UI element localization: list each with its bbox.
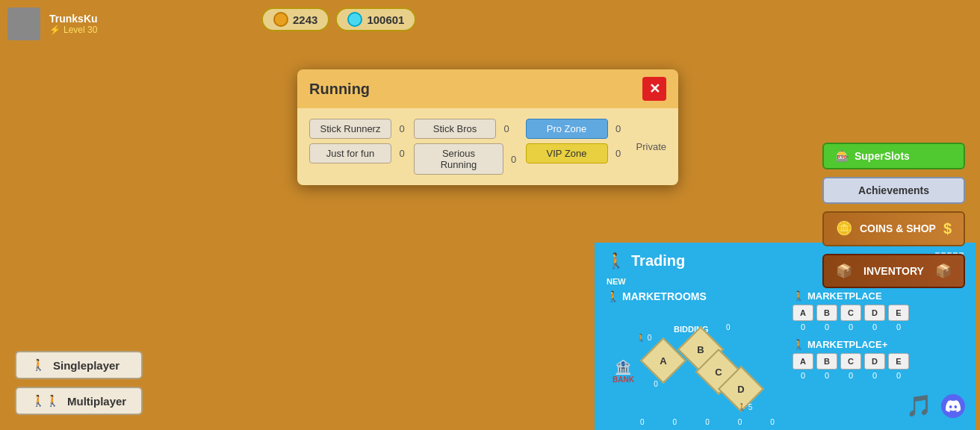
multiplayer-button[interactable]: 🚶🚶 Multiplayer [15,387,143,415]
running-options: Stick Runnerz 0 Just for fun 0 Stick Bro… [309,119,666,175]
gems-value: 100601 [367,13,404,26]
currency-bar: 2243 100601 [261,7,416,31]
inventory-icon-left: 📦 [836,263,852,279]
running-modal: Running ✕ Stick Runnerz 0 Just for fun 0 [297,69,678,185]
pro-zone-count: 0 [612,123,624,134]
user-info: TrunksKu ⚡ Level 30 [49,13,98,35]
user-level: ⚡ Level 30 [49,25,98,35]
just-for-fun-count: 0 [396,148,408,159]
music-icon[interactable]: 🎵 [906,393,932,418]
coins-pill: 2243 [261,7,329,31]
running-col-1: Stick Runnerz 0 Just for fun 0 [309,119,408,163]
level-icon: ⚡ [49,25,61,35]
just-for-fun-button[interactable]: Just for fun [309,143,391,163]
pro-zone-button[interactable]: Pro Zone [526,119,608,139]
pro-zone-row: Pro Zone 0 [526,119,624,139]
vip-zone-row: VIP Zone 0 [526,143,624,163]
modal-title: Running [309,81,370,98]
stick-bros-button[interactable]: Stick Bros [414,119,496,139]
achievements-button[interactable]: Achievements [822,177,965,204]
coins-shop-button[interactable]: 🪙 COINS & SHOP $ [822,211,965,246]
modal-container: Running ✕ Stick Runnerz 0 Just for fun 0 [297,69,678,185]
super-slots-icon: 🎰 [836,150,849,162]
coin-icon [273,12,288,27]
coins-value: 2243 [293,13,317,26]
super-slots-button[interactable]: 🎰 SuperSlots [822,143,965,169]
stick-runnerz-button[interactable]: Stick Runnerz [309,119,391,139]
modal-close-button[interactable]: ✕ [642,77,666,101]
running-col-3: Pro Zone 0 VIP Zone 0 [526,119,624,163]
coins-shop-coin-icon: 🪙 [836,220,852,237]
modal-body: Stick Runnerz 0 Just for fun 0 Stick Bro… [297,108,678,185]
gems-pill: 100601 [335,7,416,31]
discord-icon[interactable] [941,394,965,418]
serious-running-button[interactable]: Serious Running [414,143,503,175]
serious-running-count: 0 [508,154,520,165]
inventory-button[interactable]: 📦 INVENTORY 📦 [822,254,965,288]
private-label: Private [636,141,666,152]
avatar [7,7,40,40]
just-for-fun-row: Just for fun 0 [309,143,408,163]
singleplayer-button[interactable]: 🚶 Singleplayer [15,351,143,379]
top-bar: TrunksKu ⚡ Level 30 [7,7,98,40]
stick-bros-count: 0 [500,123,512,134]
username: TrunksKu [49,13,98,25]
vip-zone-count: 0 [612,148,624,159]
dollar-sign: $ [943,220,952,237]
singleplayer-icon: 🚶 [31,358,46,372]
stick-runnerz-row: Stick Runnerz 0 [309,119,408,139]
gem-icon [347,12,362,27]
multiplayer-icon: 🚶🚶 [31,394,60,408]
inventory-icon-right: 📦 [935,263,952,279]
stick-bros-row: Stick Bros 0 [414,119,520,139]
running-col-2: Stick Bros 0 Serious Running 0 [414,119,520,175]
serious-running-row: Serious Running 0 [414,143,520,175]
vip-zone-button[interactable]: VIP Zone [526,143,608,163]
stick-runnerz-count: 0 [396,123,408,134]
sidebar-left: 🚶 Singleplayer 🚶🚶 Multiplayer [15,351,143,415]
sidebar-right: 🎰 SuperSlots Achievements 🪙 COINS & SHOP… [822,0,965,430]
modal-header: Running ✕ [297,69,678,108]
bottom-icons: 🎵 [906,393,965,418]
